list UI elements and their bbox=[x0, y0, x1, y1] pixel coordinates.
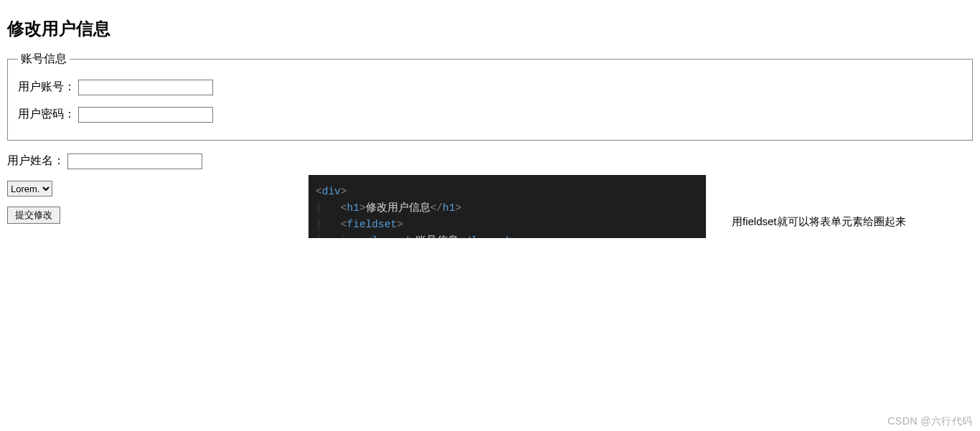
page-heading: 修改用户信息 bbox=[7, 17, 973, 40]
side-annotation: 用fieldset就可以将表单元素给圈起来 bbox=[732, 215, 906, 229]
name-row: 用户姓名： bbox=[7, 153, 973, 169]
account-input[interactable] bbox=[78, 80, 213, 95]
account-row: 用户账号： bbox=[18, 80, 962, 95]
password-input[interactable] bbox=[78, 107, 213, 123]
password-label: 用户密码： bbox=[18, 108, 75, 120]
submit-button[interactable]: 提交修改 bbox=[7, 207, 60, 224]
password-row: 用户密码： bbox=[18, 107, 962, 123]
gender-select[interactable]: Lorem. bbox=[7, 181, 52, 196]
account-fieldset: 账号信息 用户账号： 用户密码： bbox=[7, 52, 973, 141]
account-label: 用户账号： bbox=[18, 80, 75, 93]
name-input[interactable] bbox=[67, 153, 202, 169]
code-editor-panel: <div> │ <h1>修改用户信息</h1> │ <fieldset> │ │… bbox=[308, 175, 706, 238]
name-label: 用户姓名： bbox=[7, 154, 65, 166]
fieldset-legend: 账号信息 bbox=[18, 52, 70, 67]
